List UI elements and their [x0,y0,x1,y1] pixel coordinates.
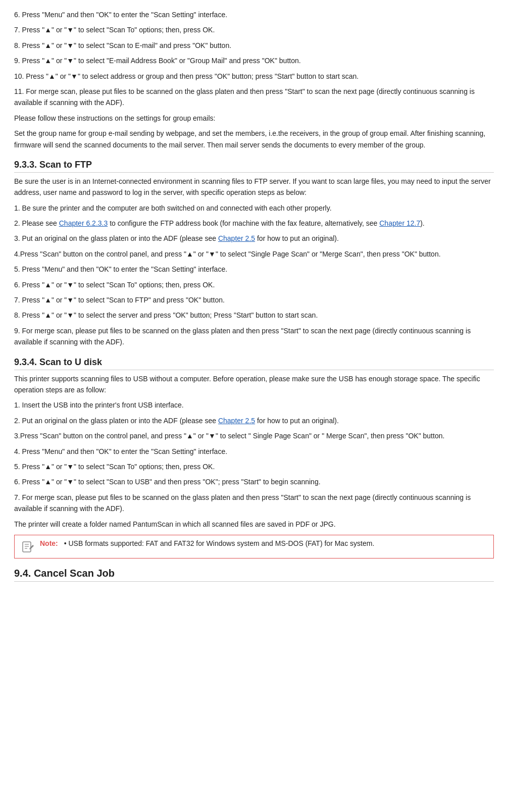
section-cancel-heading: 9.4. Cancel Scan Job [14,568,494,582]
note-box: Note: • USB formats supported: FAT and F… [14,535,494,559]
para-group-email-intro: Please follow these instructions on the … [14,113,494,124]
top-paragraphs: 6. Press "Menu" and then "OK" to enter t… [14,9,494,150]
ftp-step-5: 5. Press "Menu" and then "OK" to enter t… [14,264,494,275]
section-ftp-intro: Be sure the user is in an Internet-conne… [14,176,494,198]
para-7: 7. Press "▲" or "▼" to select "Scan To" … [14,24,494,35]
ftp-step-9: 9. For merge scan, please put files to b… [14,325,494,348]
ftp-step-7: 7. Press "▲" or "▼" to select "Scan to F… [14,294,494,306]
note-content: Note: • USB formats supported: FAT and F… [40,539,374,547]
section-udisk: 9.3.4. Scan to U disk This printer suppo… [14,357,494,559]
para-8: 8. Press "▲" or "▼" to select "Scan to E… [14,40,494,51]
para-group-email-desc: Set the group name for group e-mail send… [14,128,494,150]
udisk-step-4: 4. Press "Menu" and then "OK" to enter t… [14,446,494,457]
link-chapter-2-5-ftp[interactable]: Chapter 2.5 [218,234,255,242]
note-label: Note: [40,539,58,547]
ftp-step-3: 3. Put an original on the glass platen o… [14,233,494,244]
note-icon [21,540,35,554]
udisk-step-1: 1. Insert the USB into the printer's fro… [14,399,494,411]
section-udisk-intro: This printer supports scanning files to … [14,373,494,396]
section-ftp: 9.3.3. Scan to FTP Be sure the user is i… [14,160,494,348]
ftp-step-8: 8. Press "▲" or "▼" to select the server… [14,310,494,321]
section-ftp-heading: 9.3.3. Scan to FTP [14,160,494,173]
udisk-step-3: 3.Press "Scan" button on the control pan… [14,430,494,441]
link-chapter-6-2-3-3[interactable]: Chapter 6.2.3.3 [59,219,108,227]
section-udisk-heading: 9.3.4. Scan to U disk [14,357,494,370]
udisk-step-2: 2. Put an original on the glass platen o… [14,415,494,426]
ftp-step-4: 4.Press "Scan" button on the control pan… [14,248,494,260]
udisk-step-pantum: The printer will create a folder named P… [14,519,494,530]
para-11: 11. For merge scan, please put files to … [14,86,494,109]
ftp-step-1: 1. Be sure the printer and the computer … [14,202,494,214]
link-chapter-2-5-udisk[interactable]: Chapter 2.5 [218,417,255,425]
para-6: 6. Press "Menu" and then "OK" to enter t… [14,9,494,20]
para-10: 10. Press "▲" or "▼" to select address o… [14,71,494,82]
udisk-step-5: 5. Press "▲" or "▼" to select "Scan To" … [14,461,494,472]
svg-rect-0 [23,542,31,552]
ftp-step-6: 6. Press "▲" or "▼" to select "Scan To" … [14,279,494,290]
para-9: 9. Press "▲" or "▼" to select "E-mail Ad… [14,55,494,66]
udisk-step-6: 6. Press "▲" or "▼" to select "Scan to U… [14,476,494,487]
udisk-step-7: 7. For merge scan, please put files to b… [14,492,494,515]
note-text: • USB formats supported: FAT and FAT32 f… [64,539,375,547]
link-chapter-12-7[interactable]: Chapter 12.7 [379,219,420,227]
ftp-step-2: 2. Please see Chapter 6.2.3.3 to configu… [14,218,494,229]
section-cancel: 9.4. Cancel Scan Job [14,568,494,582]
